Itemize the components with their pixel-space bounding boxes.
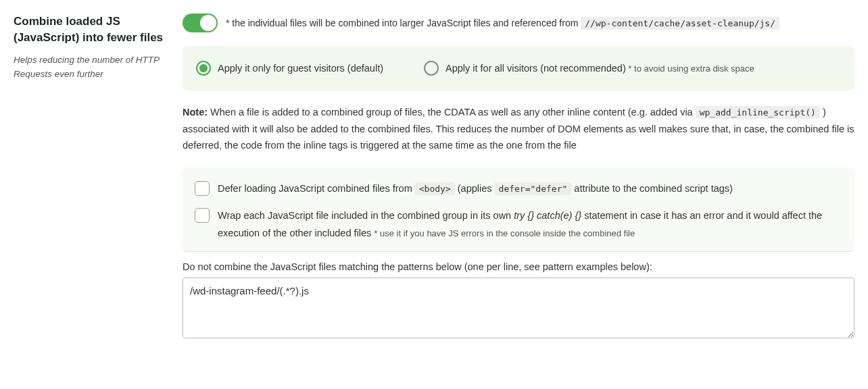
exclude-patterns-textarea[interactable] [183,278,854,338]
exclude-patterns-label: Do not combine the JavaScript files matc… [183,261,854,272]
checkbox-group: Defer loading JavaScript combined files … [183,167,854,252]
note-text: Note: When a file is added to a combined… [183,104,854,154]
radio-all-visitors[interactable]: Apply it for all visitors (not recommend… [424,61,754,76]
visitor-scope-radio-group: Apply it only for guest visitors (defaul… [183,46,854,90]
defer-loading-label: Defer loading JavaScript combined files … [218,180,733,197]
radio-guest-visitors[interactable]: Apply it only for guest visitors (defaul… [196,61,383,76]
defer-loading-checkbox[interactable] [195,181,210,196]
toggle-knob [200,15,216,31]
cache-path-code: //wp-content/cache/asset-cleanup/js/ [581,17,779,30]
section-subtitle: Helps reducing the number of HTTP Reques… [14,53,169,82]
wrap-trycatch-checkbox[interactable] [195,208,210,223]
radio-icon [424,61,439,76]
combine-js-toggle[interactable] [183,14,218,32]
radio-guest-label: Apply it only for guest visitors (defaul… [218,63,383,74]
toggle-description: * the individual files will be combined … [226,18,779,28]
radio-icon [196,61,211,76]
inline-script-code: wp_add_inline_script() [696,106,820,119]
section-heading: Combine loaded JS (JavaScript) into fewe… [14,14,169,46]
radio-all-label: Apply it for all visitors (not recommend… [445,63,754,74]
wrap-trycatch-label: Wrap each JavaScript file included in th… [218,207,842,242]
body-tag-code: <body> [415,182,455,195]
defer-attr-code: defer="defer" [495,182,572,195]
